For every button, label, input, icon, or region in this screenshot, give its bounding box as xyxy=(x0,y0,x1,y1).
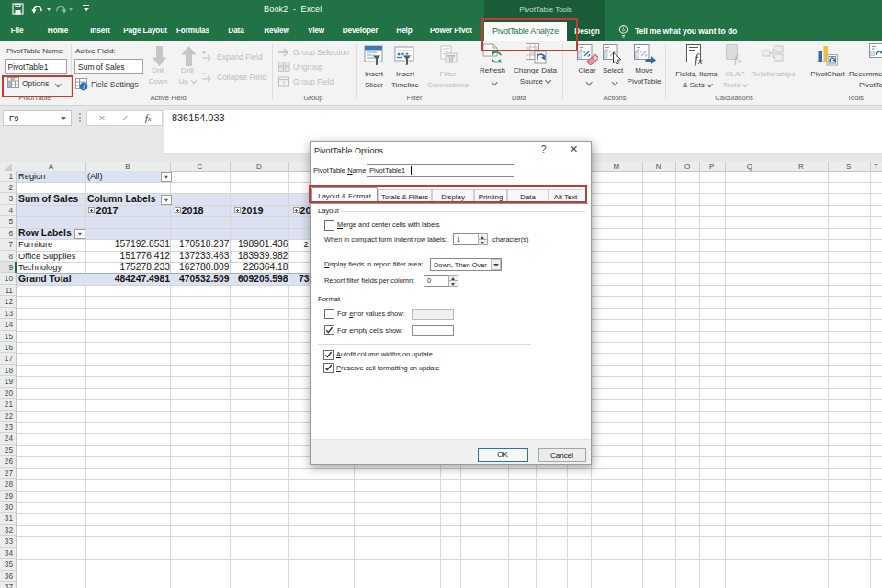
svg-text:i: i xyxy=(83,84,85,91)
svg-text:7: 7 xyxy=(282,80,286,86)
